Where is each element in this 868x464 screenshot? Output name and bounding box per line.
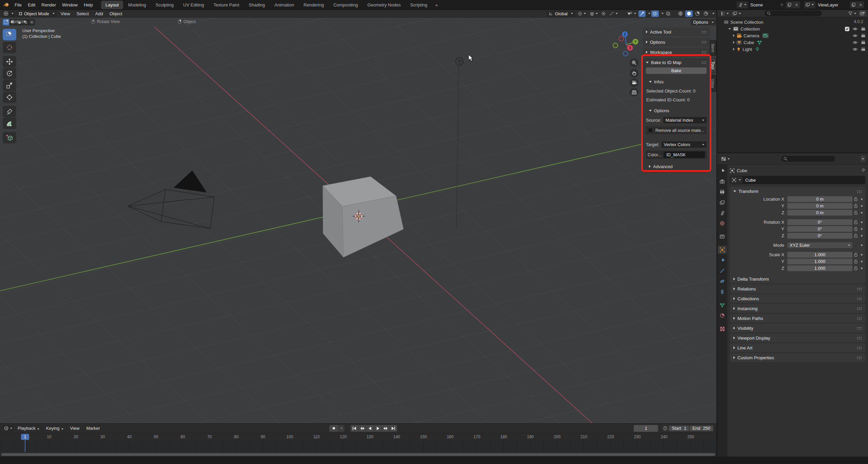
end-frame-field[interactable]: End250 [690, 426, 713, 431]
tab-object-data[interactable] [718, 301, 727, 309]
workspace-tab-scripting[interactable]: Scripting [406, 1, 432, 9]
animate-decorator[interactable] [861, 212, 863, 214]
animate-decorator[interactable] [861, 261, 863, 262]
gizmo-x-negative[interactable] [619, 36, 624, 41]
auto-keying-button[interactable] [329, 425, 338, 432]
overlays-toggle-icon[interactable] [651, 11, 659, 17]
menu-render[interactable]: Render [38, 2, 59, 7]
disable-in-renders-icon[interactable] [861, 34, 866, 38]
start-frame-field[interactable]: Start1 [669, 426, 689, 431]
animate-decorator[interactable] [861, 244, 863, 246]
tool-annotate[interactable] [3, 106, 16, 117]
scene-icon[interactable] [736, 1, 748, 8]
lock-icon[interactable] [852, 253, 859, 257]
menu-help[interactable]: Help [81, 2, 96, 7]
pan-hand-button[interactable] [630, 69, 638, 78]
current-frame-field[interactable]: 1 [634, 425, 658, 432]
panel-line-art[interactable]: Line Art [730, 343, 865, 352]
disable-in-renders-icon[interactable] [861, 27, 866, 31]
tab-output[interactable] [718, 188, 727, 196]
jump-to-start-button[interactable] [351, 425, 358, 432]
drag-dots-icon[interactable] [857, 356, 862, 359]
lock-icon[interactable] [852, 220, 859, 224]
sidebar-tab-item[interactable]: Item [710, 40, 716, 56]
shading-rendered-icon[interactable] [702, 11, 710, 17]
timeline-ruler[interactable]: 1020304050607080901001101201301401501601… [0, 433, 716, 442]
drag-dots-icon[interactable] [857, 297, 862, 300]
tool-move[interactable] [3, 56, 16, 67]
delete-scene-icon[interactable]: ✕ [793, 1, 800, 8]
animate-decorator[interactable] [861, 228, 863, 230]
menu-view[interactable]: View [58, 11, 73, 16]
menu-select[interactable]: Select [74, 11, 92, 16]
workspace-tab-geometry-nodes[interactable]: Geometry Nodes [363, 1, 405, 9]
menu-edit[interactable]: Edit [25, 2, 38, 7]
outliner-row-cube[interactable]: Cube [717, 39, 868, 46]
tab-constraints[interactable] [718, 288, 727, 296]
proportional-editing-icon[interactable] [600, 11, 607, 17]
value-slider[interactable]: 1.000 [787, 265, 852, 271]
timeline-track[interactable] [0, 441, 716, 452]
value-slider[interactable]: 0 m [787, 196, 852, 202]
region-divider[interactable] [717, 153, 868, 153]
tab-tool[interactable] [718, 167, 727, 175]
value-slider[interactable]: 0° [787, 219, 852, 225]
expand-arrow-icon[interactable] [728, 28, 731, 30]
collection-checkbox[interactable] [845, 27, 849, 31]
outliner-display-mode-icon[interactable] [719, 10, 730, 17]
workspace-tab-texture-paint[interactable]: Texture Paint [209, 1, 244, 9]
outliner-row-scene-collection[interactable]: Scene Collection [717, 19, 868, 25]
falloff-curve-icon[interactable] [608, 11, 619, 17]
shading-wireframe-icon[interactable] [677, 11, 684, 17]
menu-file[interactable]: File [12, 2, 25, 7]
lock-icon[interactable] [852, 211, 859, 215]
lock-icon[interactable] [852, 227, 859, 231]
drag-dots-icon[interactable] [702, 41, 707, 43]
lock-icon[interactable] [852, 204, 859, 208]
region-divider[interactable] [716, 10, 717, 457]
tab-physics[interactable] [718, 277, 727, 285]
panel-collections[interactable]: Collections [730, 294, 865, 303]
menu-playback[interactable]: Playback [15, 426, 42, 431]
tab-view-layer[interactable] [718, 198, 727, 206]
filter-icon[interactable] [847, 10, 857, 17]
workspace-tab-rendering[interactable]: Rendering [299, 1, 328, 9]
panel-viewport-display[interactable]: Viewport Display [730, 334, 865, 342]
expand-arrow-icon[interactable] [733, 34, 735, 37]
drag-dots-icon[interactable] [702, 51, 707, 54]
timeline-scrollbar[interactable] [1, 453, 715, 456]
shading-material-icon[interactable] [694, 11, 701, 17]
gizmo-z-negative[interactable] [623, 51, 628, 56]
tool-select-box[interactable] [3, 29, 16, 40]
menu-keying[interactable]: Keying [43, 426, 66, 431]
tool-measure[interactable] [3, 118, 16, 129]
panel-instancing[interactable]: Instancing [730, 304, 865, 313]
play-reverse-button[interactable] [366, 425, 374, 432]
value-slider[interactable]: 0 m [787, 203, 852, 209]
drag-dots-icon[interactable] [857, 317, 862, 320]
outliner-search-input[interactable] [765, 11, 822, 16]
viewport-canvas[interactable]: Options User Perspective (1) Collection … [0, 18, 716, 423]
workspace-tab-modeling[interactable]: Modeling [124, 1, 151, 9]
animate-decorator[interactable] [861, 254, 863, 256]
panel-delta-transform[interactable]: Delta Transform [730, 275, 865, 283]
value-slider[interactable]: 1.000 [787, 259, 852, 264]
outliner-filter-type-icon[interactable] [731, 10, 742, 17]
value-slider[interactable]: 0 m [787, 210, 852, 216]
panel-active-tool[interactable]: Active Tool [643, 27, 710, 36]
panel-visibility[interactable]: Visibility [730, 324, 865, 332]
transform-orientation-dropdown[interactable]: Global [547, 11, 575, 17]
rotation-mode-dropdown[interactable]: XYZ Euler [787, 242, 852, 248]
object-visibility-icon[interactable] [626, 11, 637, 17]
navigation-gizmo[interactable]: Z Y X [612, 30, 641, 58]
tab-render[interactable] [718, 177, 727, 185]
expand-arrow-icon[interactable] [733, 41, 735, 44]
outliner-row-light[interactable]: Light [717, 46, 868, 53]
animate-decorator[interactable] [861, 198, 863, 200]
lock-icon[interactable] [852, 234, 859, 238]
orthographic-toggle-button[interactable] [630, 88, 638, 97]
drag-dots-icon[interactable] [857, 346, 862, 349]
hide-in-viewport-icon[interactable] [852, 27, 858, 31]
value-slider[interactable]: 0° [787, 233, 852, 239]
tab-modifiers[interactable] [718, 256, 727, 264]
